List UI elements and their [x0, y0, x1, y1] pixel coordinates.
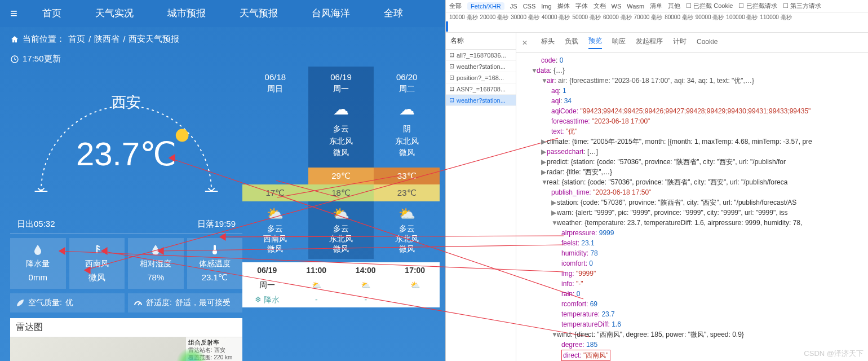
tab-preview[interactable]: 预览 [588, 36, 602, 49]
gauge-icon [134, 298, 143, 307]
thermometer-icon [209, 244, 220, 255]
list-header: 名称 [446, 33, 516, 50]
tab-timing[interactable]: 计时 [673, 37, 687, 49]
sun-arc [25, 106, 228, 202]
home-icon [10, 35, 19, 44]
night-2: ⛅ 多云 东北风 微风 [374, 201, 440, 259]
tab-initiator[interactable]: 发起程序 [636, 37, 663, 49]
filter-fetch-xhr[interactable]: Fetch/XHR [467, 2, 504, 10]
tab-headers[interactable]: 标头 [541, 37, 555, 49]
forecast-day-2[interactable]: 06/20 周二 ☁ 阴 东北风 微风 [374, 67, 440, 168]
night-0: ⛅ 多云 西南风 微风 [242, 201, 308, 259]
card-wind: 西南风 微风 [69, 238, 125, 289]
tab-payload[interactable]: 负载 [565, 37, 578, 49]
breadcrumb-city: 西安天气预报 [129, 34, 179, 45]
drop-icon [32, 244, 43, 255]
forecast-day-1[interactable]: 06/19 周一 ☁ 多云 东北风 微风 [308, 67, 374, 168]
temp-high-row: 29℃ 33℃ [242, 168, 440, 184]
partly-cloudy-icon: ⛅ [242, 206, 308, 222]
radar-map[interactable]: 组合反射率 雷达站名: 西安 覆盖范围: 220 km 观测时间: 2023-0… [10, 337, 242, 361]
comfort: 舒适度: 舒适，最可接受 [128, 293, 242, 312]
partly-cloudy-icon: ⛅ [341, 280, 391, 290]
breadcrumb: 当前位置： 首页 / 陕西省 / 西安天气预报 [0, 27, 445, 51]
request-item[interactable]: ⊡ all?_=16870836... [446, 50, 516, 61]
wind-icon [91, 244, 103, 255]
forecast-day-0[interactable]: 06/18 周日 [242, 67, 308, 168]
tab-cookies[interactable]: Cookie [697, 38, 718, 48]
request-item[interactable]: ⊡ position?_=168... [446, 72, 516, 83]
night-1: ⛅ 多云 东北风 微风 [308, 201, 374, 259]
temp-low-row: 17℃ 18℃ 23℃ [242, 184, 440, 201]
nav-bar: ≡ 首页 天气实况 城市预报 天气预报 台风海洋 全球 [0, 0, 445, 27]
svg-line-4 [138, 303, 140, 305]
sunset: 日落19:59 [197, 219, 236, 230]
close-icon[interactable]: ✕ [522, 39, 528, 47]
leaf-icon [16, 298, 25, 307]
radar-title: 雷达图 [10, 318, 242, 337]
nav-item-typhoon[interactable]: 台风海洋 [295, 0, 367, 27]
tab-response[interactable]: 响应 [612, 37, 626, 49]
devtools-panel: 全部 Fetch/XHR JS CSS Img 媒体 字体 文档 WS Wasm… [445, 0, 868, 361]
breadcrumb-prefix: 当前位置： [23, 34, 65, 45]
humidity-icon [150, 244, 161, 255]
cloud-icon: ☁ [374, 100, 440, 118]
cloud-icon: ☁ [308, 100, 374, 118]
partly-cloudy-icon: ⛅ [374, 206, 440, 222]
nav-item-realtime[interactable]: 天气实况 [78, 0, 150, 27]
partly-cloudy-icon: ⛅ [308, 206, 374, 222]
json-preview[interactable]: code: 0 ▼data: {…} ▼air: air: {forecastt… [516, 53, 868, 361]
air-quality: 空气质量: 优 [10, 293, 125, 312]
network-timeline[interactable]: 10000 毫秒20000 毫秒 30000 毫秒40000 毫秒 50000 … [446, 12, 868, 33]
nav-item-home[interactable]: 首页 [25, 0, 78, 27]
card-feelst: 体感温度 23.1℃ [187, 238, 243, 289]
nav-item-forecast[interactable]: 天气预报 [223, 0, 295, 27]
breadcrumb-home[interactable]: 首页 [68, 34, 85, 45]
hourly-forecast: 06/19 11:00 14:00 17:00 周一 ⛅ ⛅ ⛅ ❄ 降水 - … [242, 262, 440, 307]
clock-icon [10, 55, 19, 64]
svg-point-3 [212, 250, 217, 254]
update-time: 17:50更新 [0, 51, 445, 67]
request-item[interactable]: ⊡ weather?station... [446, 61, 516, 72]
partly-cloudy-icon: ⛅ [391, 280, 440, 290]
svg-point-1 [176, 129, 189, 142]
nav-item-global[interactable]: 全球 [367, 0, 420, 27]
sunrise: 日出05:32 [17, 219, 55, 230]
request-item-selected[interactable]: ⊡ weather?station... [446, 95, 516, 106]
network-request-list: 名称 ⊡ all?_=16870836... ⊡ weather?station… [446, 33, 516, 361]
watermark: CSDN @泽济天下 [804, 349, 863, 359]
card-rain: 降水量 0mm [10, 238, 66, 289]
devtools-filter-bar: 全部 Fetch/XHR JS CSS Img 媒体 字体 文档 WS Wasm… [446, 0, 868, 12]
radar-box: 雷达图 组合反射率 雷达站名: 西安 覆盖范围: 220 km 观测时间: 20… [10, 318, 242, 361]
partly-cloudy-icon: ⛅ [292, 280, 342, 290]
breadcrumb-province[interactable]: 陕西省 [94, 34, 119, 45]
card-humidity: 相对湿度 78% [128, 238, 184, 289]
menu-button[interactable]: ≡ [2, 6, 25, 21]
request-item[interactable]: ⊡ ASN?_=168708... [446, 83, 516, 95]
response-tabs: ✕ 标头 负载 预览 响应 发起程序 计时 Cookie [516, 33, 868, 53]
nav-item-city[interactable]: 城市预报 [150, 0, 223, 27]
